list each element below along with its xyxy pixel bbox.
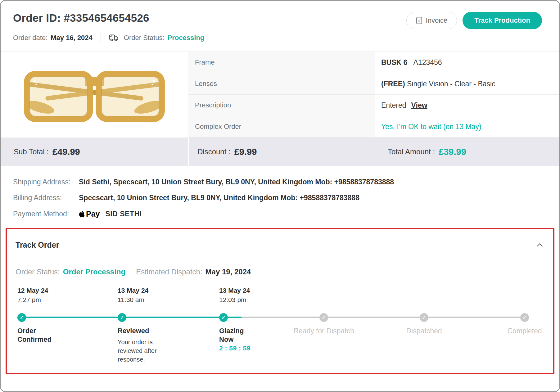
billing-address-label: Billing Address: [13, 194, 79, 202]
lenses-desc: Single Vision - Clear - Basic [405, 80, 495, 88]
order-date-label: Order date: [13, 34, 47, 42]
step-date: 12 May 24 [17, 287, 48, 294]
subtotal-label: Sub Total : [14, 147, 49, 156]
step-check-icon: ✓ [219, 313, 228, 322]
order-date-value: May 16, 2024 [51, 34, 93, 42]
step-time: 7:27 pm [17, 296, 41, 304]
chevron-up-icon[interactable] [535, 241, 544, 248]
step-check-icon: ✓ [118, 313, 126, 322]
step-check-icon: ✓ [17, 313, 26, 322]
lenses-label: Lenses [188, 73, 375, 95]
total-amount: Total Amount : £39.99 [375, 137, 559, 166]
order-status-label: Order Status: [124, 34, 165, 42]
prescription-value: Entered View [375, 95, 559, 116]
complex-order-value: Yes, I’m OK to wait (on 13 May) [375, 116, 559, 137]
track-status-label: Order Status: [16, 268, 60, 276]
discount-amount: £9.99 [234, 147, 257, 157]
timeline-progress [22, 317, 242, 318]
download-invoice-icon [416, 17, 422, 24]
step-label-glazing-now: Glazing Now [219, 327, 250, 344]
shipping-address-label: Shipping Address: [13, 178, 79, 186]
dispatch-label: Estimated Dispatch: [136, 268, 202, 276]
step-time: 12:03 pm [219, 296, 246, 304]
order-details-page: Order ID: #3354654654526 Order date: May… [0, 0, 560, 392]
step-label-completed: Completed [507, 327, 542, 336]
billing-address-row: Billing Address: Specscart, 10 Union Str… [13, 194, 547, 202]
step-time: 11:30 am [118, 296, 144, 304]
header-actions: Invoice Track Production [406, 12, 542, 29]
glasses-illustration [20, 62, 169, 128]
order-meta-row: Order date: May 16, 2024 Order Status: P… [13, 33, 204, 43]
shipping-address-value: Sid Sethi, Specscart, 10 Union Street Bu… [79, 178, 394, 186]
step-label-order-confirmed: Order Confirmed [17, 327, 58, 344]
order-status-value: Processing [168, 34, 205, 42]
invoice-button[interactable]: Invoice [406, 12, 457, 29]
payment-holder-name: SID SETHI [105, 210, 142, 218]
shipping-address-row: Shipping Address: Sid Sethi, Specscart, … [13, 178, 547, 186]
subtotal-amount: £49.99 [52, 147, 80, 157]
step-label-reviewed: Reviewed [118, 327, 149, 335]
discount-label: Discount : [197, 147, 231, 156]
track-status-row: Order Status: Order Processing Estimated… [16, 268, 544, 276]
payment-method-label: Payment Method: [13, 210, 79, 218]
frame-sku: - A123456 [407, 58, 442, 67]
product-table: Frame BUSK 6 - A123456 Lenses (FREE) Sin… [1, 52, 559, 137]
billing-address-value: Specscart, 10 Union Street Bury, BL9 0NY… [79, 194, 359, 202]
step-description: Your order is reviewed after response. [118, 338, 178, 364]
page-title: Order ID: #3354654654526 [13, 12, 204, 24]
discount: Discount : £9.99 [188, 137, 375, 166]
total-label: Total Amount : [388, 147, 435, 156]
total-amount-value: £39.99 [439, 147, 466, 157]
lenses-value: (FREE) Single Vision - Clear - Basic [375, 73, 559, 95]
apple-icon [79, 210, 85, 218]
apple-pay-word: Pay [86, 210, 100, 219]
addresses-section: Shipping Address: Sid Sethi, Specscart, … [1, 166, 559, 219]
header-left: Order ID: #3354654654526 Order date: May… [13, 12, 204, 43]
step-date: 13 May 24 [118, 287, 148, 294]
order-timeline: 12 May 24 7:27 pm ✓ Order Confirmed 13 M… [16, 287, 544, 374]
step-check-icon: ✓ [319, 313, 328, 322]
frame-name: BUSK 6 [381, 58, 407, 67]
step-check-icon: ✓ [520, 313, 529, 322]
product-image [1, 52, 188, 137]
apple-pay-logo: Pay [79, 210, 100, 219]
subtotal: Sub Total : £49.99 [1, 137, 188, 166]
track-production-label: Track Production [474, 16, 530, 25]
step-date: 13 May 24 [219, 287, 250, 294]
track-order-header[interactable]: Track Order [7, 235, 553, 255]
dispatch-date: May 19, 2024 [205, 268, 251, 276]
header: Order ID: #3354654654526 Order date: May… [1, 1, 559, 43]
glazing-countdown: 2 : 59 : 59 [219, 345, 251, 352]
frame-label: Frame [188, 52, 375, 73]
frame-value: BUSK 6 - A123456 [375, 52, 559, 73]
prescription-status: Entered [381, 101, 406, 110]
payment-method-row: Payment Method: Pay SID SETHI [13, 210, 547, 219]
track-order-title: Track Order [16, 241, 59, 250]
step-label-dispatched: Dispatched [406, 327, 442, 336]
invoice-button-label: Invoice [426, 16, 448, 25]
view-prescription-link[interactable]: View [411, 101, 427, 110]
lenses-free-tag: (FREE) [381, 80, 405, 88]
step-label-ready-for-dispatch: Ready for Dispatch [293, 327, 354, 336]
track-production-button[interactable]: Track Production [463, 12, 542, 29]
complex-order-label: Complex Order [188, 116, 375, 137]
totals-bar: Sub Total : £49.99 Discount : £9.99 Tota… [1, 137, 559, 166]
track-status-value: Order Processing [63, 268, 125, 276]
prescription-label: Prescription [188, 95, 375, 116]
truck-icon [109, 34, 120, 42]
divider [101, 33, 101, 43]
track-order-highlight-box: Track Order Order Status: Order Processi… [6, 228, 554, 374]
step-check-icon: ✓ [420, 313, 428, 322]
